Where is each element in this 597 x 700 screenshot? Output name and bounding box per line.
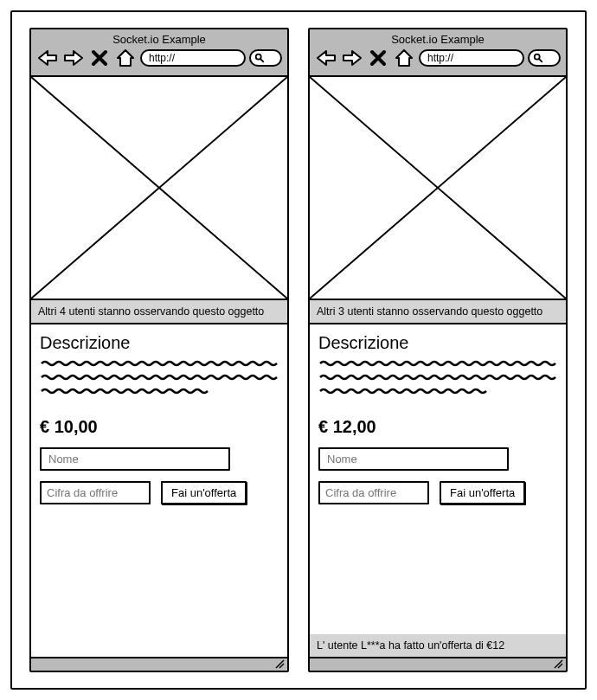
search-icon [533, 53, 543, 63]
description-text-placeholder [40, 358, 279, 407]
svg-line-7 [539, 59, 542, 61]
search-icon [254, 53, 265, 63]
product-image-placeholder [31, 77, 287, 300]
name-input[interactable] [40, 447, 230, 471]
offer-row: Fai un'offerta [40, 481, 279, 504]
browser-controls: http:// [36, 48, 282, 68]
home-icon[interactable] [114, 48, 137, 68]
product-content: Descrizione € 12,00 Fai un'offerta [310, 324, 566, 634]
price-display: € 12,00 [318, 417, 557, 437]
back-arrow-icon[interactable] [36, 48, 59, 68]
offer-amount-input[interactable] [318, 481, 429, 504]
url-input[interactable]: http:// [419, 49, 524, 67]
close-x-icon[interactable] [367, 48, 389, 68]
browser-chrome: Socket.io Example http:// [310, 29, 566, 77]
name-input[interactable] [318, 447, 509, 471]
search-button[interactable] [249, 49, 282, 67]
submit-offer-button[interactable]: Fai un'offerta [440, 481, 525, 504]
close-x-icon[interactable] [88, 48, 111, 68]
footer-bar [31, 657, 287, 671]
product-content: Descrizione € 10,00 Fai un'offerta [31, 324, 287, 657]
watching-count-bar: Altri 4 utenti stanno osservando questo … [31, 300, 287, 324]
resize-grip-icon [553, 658, 563, 669]
offer-amount-input[interactable] [40, 481, 151, 504]
submit-offer-button[interactable]: Fai un'offerta [161, 481, 247, 504]
description-heading: Descrizione [318, 333, 557, 353]
browser-chrome: Socket.io Example http:// [31, 29, 287, 77]
wireframe-canvas: Socket.io Example http:// [10, 10, 587, 690]
offer-notification-bar: L' utente L***a ha fatto un'offerta di €… [310, 634, 566, 657]
svg-line-1 [260, 59, 263, 61]
phone-left: Socket.io Example http:// [29, 28, 289, 672]
phone-right: Socket.io Example http:// [308, 28, 568, 672]
home-icon[interactable] [393, 48, 415, 68]
forward-arrow-icon[interactable] [341, 48, 363, 68]
browser-controls: http:// [315, 48, 561, 68]
url-input[interactable]: http:// [140, 49, 246, 67]
description-text-placeholder [318, 358, 557, 407]
offer-row: Fai un'offerta [318, 481, 557, 504]
description-heading: Descrizione [40, 333, 279, 353]
forward-arrow-icon[interactable] [62, 48, 85, 68]
browser-title: Socket.io Example [36, 33, 282, 46]
browser-title: Socket.io Example [315, 33, 561, 46]
product-image-placeholder [310, 77, 566, 300]
watching-count-bar: Altri 3 utenti stanno osservando questo … [310, 300, 566, 324]
search-button[interactable] [528, 49, 561, 67]
footer-bar [310, 657, 566, 671]
back-arrow-icon[interactable] [315, 48, 337, 68]
price-display: € 10,00 [40, 417, 279, 437]
resize-grip-icon [274, 658, 285, 669]
